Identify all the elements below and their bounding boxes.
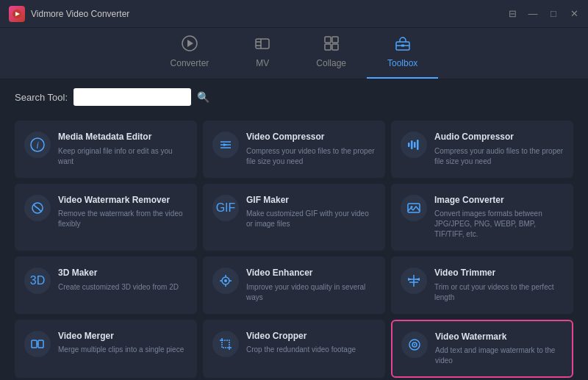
- video-watermark-remover-info: Video Watermark RemoverRemove the waterm…: [58, 195, 187, 230]
- svg-marker-20: [223, 143, 228, 146]
- svg-rect-4: [256, 39, 269, 49]
- gif-maker-name: GIF Maker: [246, 195, 376, 207]
- video-cropper-desc: Crop the redundant video footage: [246, 345, 376, 355]
- video-compressor-icon: [212, 132, 239, 158]
- image-converter-name: Image Converter: [434, 195, 564, 207]
- video-cropper-icon: [212, 331, 239, 357]
- audio-compressor-desc: Compress your audio files to the proper …: [434, 146, 564, 167]
- tool-card-video-enhancer[interactable]: Video EnhancerImprove your video quality…: [203, 257, 385, 314]
- video-cropper-info: Video CropperCrop the redundant video fo…: [246, 331, 376, 356]
- 3d-maker-info: 3D MakerCreate customized 3D video from …: [58, 268, 187, 293]
- video-merger-icon: [24, 331, 51, 357]
- 3d-maker-desc: Create customized 3D video from 2D: [58, 282, 187, 293]
- video-enhancer-icon: [212, 268, 239, 294]
- video-watermark-name: Video Watermark: [435, 331, 563, 343]
- image-converter-icon: [401, 195, 427, 221]
- tab-collage[interactable]: Collage: [295, 29, 367, 79]
- svg-rect-42: [222, 340, 229, 348]
- svg-marker-38: [415, 278, 420, 281]
- tab-toolbox[interactable]: Toolbox: [367, 29, 438, 79]
- svg-rect-24: [417, 140, 419, 150]
- tool-card-gif-maker[interactable]: GIFGIF MakerMake customized GIF with you…: [203, 184, 385, 251]
- video-merger-desc: Merge multiple clips into a single piece: [58, 345, 187, 355]
- tab-mv[interactable]: MV: [229, 29, 295, 79]
- media-metadata-editor-desc: Keep original file info or edit as you w…: [58, 146, 187, 167]
- tab-toolbox-label: Toolbox: [387, 58, 417, 68]
- collage-icon: [323, 35, 340, 55]
- svg-marker-3: [187, 40, 193, 47]
- converter-icon: [182, 35, 198, 55]
- video-enhancer-name: Video Enhancer: [246, 268, 376, 279]
- svg-rect-11: [332, 44, 338, 50]
- svg-point-29: [224, 279, 227, 282]
- image-converter-info: Image ConverterConvert images formats be…: [434, 195, 564, 240]
- tool-card-audio-compressor[interactable]: Audio CompressorCompress your audio file…: [391, 121, 573, 178]
- svg-marker-37: [408, 278, 412, 281]
- video-compressor-info: Video CompressorCompress your video file…: [246, 132, 376, 167]
- video-watermark-remover-icon: [24, 195, 51, 221]
- audio-compressor-info: Audio CompressorCompress your audio file…: [434, 132, 564, 167]
- search-icon[interactable]: 🔍: [197, 91, 209, 103]
- video-cropper-name: Video Cropper: [246, 331, 376, 343]
- title-bar-controls: ⊟ — □ ✕: [507, 9, 579, 19]
- tab-converter[interactable]: Converter: [150, 29, 230, 79]
- title-bar-left: Vidmore Video Converter: [9, 6, 129, 22]
- tool-card-video-compressor[interactable]: Video CompressorCompress your video file…: [203, 121, 385, 178]
- svg-rect-23: [414, 142, 416, 148]
- image-converter-desc: Convert images formats between JPG/JPEG,…: [434, 209, 564, 240]
- tab-converter-label: Converter: [171, 58, 209, 68]
- audio-compressor-name: Audio Compressor: [434, 132, 564, 143]
- video-merger-name: Video Merger: [58, 331, 187, 343]
- tool-card-video-watermark-remover[interactable]: Video Watermark RemoverRemove the waterm…: [15, 184, 197, 251]
- video-watermark-remover-name: Video Watermark Remover: [58, 195, 187, 207]
- tool-card-video-trimmer[interactable]: Video TrimmerTrim or cut your videos to …: [391, 257, 573, 314]
- svg-text:i: i: [37, 140, 39, 151]
- tool-card-media-metadata-editor[interactable]: iMedia Metadata EditorKeep original file…: [15, 121, 197, 178]
- tool-card-video-merger[interactable]: Video MergerMerge multiple clips into a …: [15, 320, 197, 379]
- video-compressor-desc: Compress your video files to the proper …: [246, 146, 376, 167]
- tool-card-3d-maker[interactable]: 3D3D MakerCreate customized 3D video fro…: [15, 257, 197, 314]
- svg-rect-21: [408, 143, 410, 147]
- video-watermark-info: Video WatermarkAdd text and image waterm…: [435, 331, 563, 367]
- video-enhancer-desc: Improve your video quality in several wa…: [246, 282, 376, 303]
- video-trimmer-icon: [401, 268, 427, 294]
- svg-rect-22: [411, 140, 413, 149]
- tool-card-video-watermark[interactable]: Video WatermarkAdd text and image waterm…: [391, 320, 573, 379]
- svg-point-49: [414, 344, 415, 345]
- svg-rect-10: [325, 44, 331, 50]
- tool-card-image-converter[interactable]: Image ConverterConvert images formats be…: [391, 184, 573, 251]
- video-compressor-name: Video Compressor: [246, 132, 376, 143]
- tools-grid: iMedia Metadata EditorKeep original file…: [0, 115, 588, 380]
- video-merger-info: Video MergerMerge multiple clips into a …: [58, 331, 187, 356]
- app-logo: [9, 6, 25, 22]
- gif-maker-desc: Make customized GIF with your video or i…: [246, 209, 376, 229]
- gif-maker-icon: GIF: [212, 195, 239, 221]
- svg-rect-9: [332, 37, 338, 43]
- gif-maker-info: GIF MakerMake customized GIF with your v…: [246, 195, 376, 230]
- close-btn[interactable]: ✕: [569, 9, 579, 19]
- mv-icon: [254, 35, 270, 55]
- video-enhancer-info: Video EnhancerImprove your video quality…: [246, 268, 376, 303]
- svg-rect-8: [325, 37, 331, 43]
- toolbox-icon: [395, 35, 411, 55]
- video-watermark-desc: Add text and image watermark to the vide…: [435, 345, 563, 366]
- search-input[interactable]: [74, 88, 191, 106]
- audio-compressor-icon: [401, 132, 427, 158]
- video-watermark-icon: [401, 331, 428, 358]
- tool-card-video-cropper[interactable]: Video CropperCrop the redundant video fo…: [203, 320, 385, 379]
- 3d-maker-name: 3D Maker: [58, 268, 187, 279]
- maximize-btn[interactable]: —: [528, 9, 538, 19]
- video-trimmer-desc: Trim or cut your videos to the perfect l…: [434, 282, 564, 303]
- search-label: Search Tool:: [15, 92, 68, 103]
- svg-rect-39: [32, 340, 37, 348]
- svg-rect-40: [38, 340, 43, 348]
- media-metadata-editor-icon: i: [24, 132, 51, 158]
- video-trimmer-name: Video Trimmer: [434, 268, 564, 279]
- minimize-btn[interactable]: ⊟: [507, 9, 517, 19]
- nav-tabs: Converter MV Collage: [0, 28, 588, 79]
- media-metadata-editor-info: Media Metadata EditorKeep original file …: [58, 132, 187, 167]
- search-bar: Search Tool: 🔍: [0, 79, 588, 115]
- video-trimmer-info: Video TrimmerTrim or cut your videos to …: [434, 268, 564, 303]
- restore-btn[interactable]: □: [548, 9, 559, 19]
- media-metadata-editor-name: Media Metadata Editor: [58, 132, 187, 143]
